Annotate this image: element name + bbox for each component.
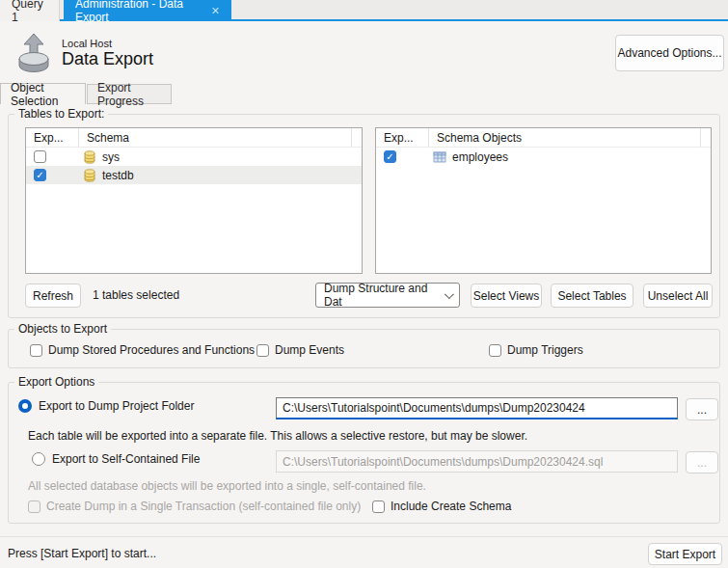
browse-file-button: ... — [686, 451, 718, 473]
tab-administration-data-export[interactable]: Administration - Data Export ✕ — [64, 0, 231, 21]
dump-triggers-checkbox-item[interactable]: Dump Triggers — [489, 343, 583, 357]
single-transaction-label: Create Dump in a Single Transaction (sel… — [46, 500, 361, 513]
dump-events-label: Dump Events — [275, 343, 344, 357]
column-export: Exp... — [26, 128, 79, 148]
column-export: Exp... — [376, 128, 429, 148]
object-row-employees[interactable]: employees — [376, 148, 711, 166]
self-contained-note: All selected database objects will be ex… — [28, 479, 426, 493]
tables-to-export-label: Tables to Export: — [14, 107, 108, 121]
dump-type-value: Dump Structure and Dat — [324, 282, 445, 309]
export-dump-folder-label: Export to Dump Project Folder — [39, 399, 194, 413]
schema-objects-list[interactable]: Exp... Schema Objects employees — [375, 127, 712, 274]
export-self-contained-radio-item[interactable]: Export to Self-Contained File — [32, 452, 200, 466]
export-dump-folder-radio-item[interactable]: Export to Dump Project Folder — [18, 399, 194, 413]
database-icon — [82, 149, 97, 165]
export-self-contained-label: Export to Self-Contained File — [52, 452, 200, 466]
self-contained-path-input: C:\Users\Tutorialspoint\Documents\dumps\… — [276, 450, 678, 473]
dump-folder-note: Each table will be exported into a separ… — [28, 429, 527, 443]
dump-triggers-checkbox[interactable] — [489, 344, 501, 357]
dump-folder-path-input[interactable]: C:\Users\Tutorialspoint\Documents\dumps\… — [276, 397, 678, 419]
select-tables-button[interactable]: Select Tables — [551, 284, 634, 308]
column-schema: Schema — [79, 128, 352, 148]
employees-export-checkbox[interactable] — [384, 150, 396, 163]
objects-to-export-group: Objects to Export Dump Stored Procedures… — [8, 329, 720, 368]
include-create-schema-checkbox-item[interactable]: Include Create Schema — [372, 500, 511, 513]
host-subtitle: Local Host — [62, 38, 112, 49]
column-schema-objects: Schema Objects — [429, 128, 701, 148]
browse-folder-button[interactable]: ... — [686, 398, 718, 420]
unselect-all-button[interactable]: Unselect All — [643, 284, 713, 308]
refresh-button[interactable]: Refresh — [25, 284, 81, 308]
objects-to-export-label: Objects to Export — [14, 322, 111, 336]
tab-query-1[interactable]: Query 1 — [0, 0, 60, 21]
single-transaction-checkbox-item: Create Dump in a Single Transaction (sel… — [28, 500, 361, 513]
tab-admin-label: Administration - Data Export — [75, 0, 202, 24]
advanced-options-button[interactable]: Advanced Options... — [615, 35, 724, 71]
testdb-export-checkbox[interactable] — [34, 169, 46, 181]
status-text: Press [Start Export] to start... — [8, 547, 156, 560]
dump-type-select[interactable]: Dump Structure and Dat — [315, 283, 460, 308]
schema-row-sys[interactable]: sys — [26, 148, 362, 166]
table-icon — [432, 149, 447, 165]
data-export-icon — [12, 31, 56, 75]
export-dump-folder-radio[interactable] — [18, 399, 32, 413]
database-icon — [82, 168, 97, 183]
tab-query-1-label: Query 1 — [12, 0, 47, 24]
export-options-label: Export Options — [14, 375, 98, 389]
editor-tabbar: Query 1 Administration - Data Export ✕ — [0, 0, 728, 21]
include-create-schema-label: Include Create Schema — [391, 500, 511, 513]
schema-list[interactable]: Exp... Schema sys — [25, 127, 363, 274]
page-title: Data Export — [62, 49, 153, 69]
schema-name: testdb — [102, 169, 134, 182]
schema-list-header: Exp... Schema — [26, 128, 362, 148]
schema-objects-header: Exp... Schema Objects — [376, 128, 711, 148]
dump-stored-procedures-checkbox[interactable] — [30, 344, 42, 357]
dump-stored-procedures-label: Dump Stored Procedures and Functions — [48, 343, 255, 357]
schema-row-testdb[interactable]: testdb — [26, 166, 362, 184]
schema-object-name: employees — [452, 150, 508, 164]
footer-separator — [0, 536, 728, 537]
dump-events-checkbox[interactable] — [256, 344, 269, 357]
dump-stored-procedures-checkbox-item[interactable]: Dump Stored Procedures and Functions — [30, 343, 255, 357]
selection-status: 1 tables selected — [93, 288, 179, 302]
close-icon[interactable]: ✕ — [211, 5, 220, 17]
tab-object-selection[interactable]: Object Selection — [0, 83, 86, 104]
schema-name: sys — [102, 150, 120, 164]
dump-triggers-label: Dump Triggers — [507, 343, 583, 357]
chevron-down-icon — [445, 289, 454, 299]
start-export-button[interactable]: Start Export — [648, 543, 722, 565]
dump-events-checkbox-item[interactable]: Dump Events — [256, 343, 344, 357]
export-options-group: Export Options Export to Dump Project Fo… — [8, 382, 720, 524]
tables-to-export-group: Tables to Export: Exp... Schema sys — [8, 114, 720, 318]
sys-export-checkbox[interactable] — [34, 150, 46, 163]
data-export-window: Query 1 Administration - Data Export ✕ L… — [0, 0, 728, 568]
single-transaction-checkbox — [28, 500, 40, 513]
select-views-button[interactable]: Select Views — [471, 284, 542, 308]
export-self-contained-radio[interactable] — [32, 452, 45, 466]
include-create-schema-checkbox[interactable] — [372, 500, 385, 513]
tab-export-progress[interactable]: Export Progress — [87, 84, 172, 104]
